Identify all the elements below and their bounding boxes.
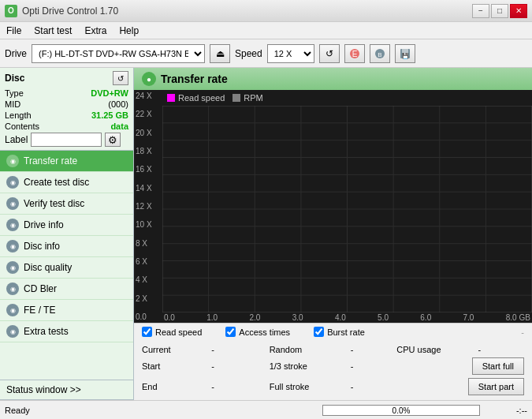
status-text: Ready: [5, 406, 314, 415]
chart-inner: Read speed RPM: [162, 90, 532, 323]
status-window-label: Status window >>: [6, 384, 81, 395]
end-value: -: [189, 382, 236, 391]
x-label-8: 8.0 GB: [506, 313, 530, 322]
y-label-12: 12 X: [136, 202, 161, 211]
one-third-value: -: [333, 361, 372, 371]
nav-disc-info-label: Disc info: [24, 241, 60, 252]
start-label: Start: [142, 361, 189, 371]
eject-button[interactable]: ⏏: [210, 44, 230, 63]
stats-col1-3: End -: [142, 382, 270, 391]
checkbox-burst-rate[interactable]: [314, 327, 324, 337]
maximize-button[interactable]: □: [491, 4, 508, 18]
erase-button[interactable]: E: [344, 44, 365, 63]
stats-row-3: End - Full stroke - Start part: [142, 376, 524, 397]
nav-create-test-disc[interactable]: ◉ Create test disc: [0, 172, 133, 193]
nav-verify-test-disc-label: Verify test disc: [24, 198, 84, 209]
checkbox-read-speed[interactable]: [142, 327, 152, 337]
y-label-10: 10 X: [136, 220, 161, 229]
menu-file[interactable]: File: [0, 24, 28, 38]
menu-start-test[interactable]: Start test: [28, 24, 78, 38]
legend-read-speed: Read speed: [167, 93, 225, 103]
nav-fe-te[interactable]: ◉ FE / TE: [0, 300, 133, 321]
svg-text:E: E: [352, 50, 357, 58]
nav-extra-tests[interactable]: ◉ Extra tests: [0, 321, 133, 342]
chart-grid: [162, 106, 532, 312]
y-label-24: 24 X: [136, 92, 161, 100]
checkbox-access-times[interactable]: [225, 327, 236, 337]
x-label-0: 0.0: [164, 313, 175, 322]
nav-cd-bler[interactable]: ◉ CD Bler: [0, 279, 133, 300]
contents-label: Contents: [5, 122, 39, 131]
nav-drive-info-label: Drive info: [24, 219, 64, 230]
dash-separator: -: [521, 327, 524, 337]
title-controls: − □ ✕: [472, 4, 527, 18]
x-axis: 0.0 1.0 2.0 3.0 4.0 5.0 6.0 7.0 8.0 GB: [162, 312, 532, 323]
menu-extra[interactable]: Extra: [78, 24, 113, 38]
close-button[interactable]: ✕: [510, 4, 527, 18]
cpu-label: CPU usage: [396, 345, 459, 354]
length-value: 31.25 GB: [91, 110, 128, 120]
chart-container: 24 X 22 X 20 X 18 X 16 X 14 X 12 X 10 X …: [134, 90, 532, 323]
y-label-4: 4 X: [136, 275, 161, 284]
y-label-8: 8 X: [136, 239, 161, 248]
nav-drive-info[interactable]: ◉ Drive info: [0, 215, 133, 236]
progress-label: 0.0%: [392, 406, 411, 414]
stats-row-1: Current - Random - CPU usage -: [142, 343, 524, 356]
nav-create-test-disc-label: Create test disc: [24, 177, 89, 188]
svg-text:B: B: [378, 51, 381, 58]
x-label-5: 5.0: [378, 313, 389, 322]
transfer-rate-icon: ◉: [6, 155, 19, 167]
start-full-button[interactable]: Start full: [472, 357, 524, 375]
y-label-0: 0.0: [136, 312, 161, 321]
y-label-20: 20 X: [136, 129, 161, 137]
start-part-button[interactable]: Start part: [468, 378, 524, 395]
menu-help[interactable]: Help: [113, 24, 145, 38]
burn-button[interactable]: B: [370, 44, 390, 63]
refresh-button[interactable]: ↺: [319, 44, 340, 63]
chart-legend: Read speed RPM: [162, 90, 532, 106]
legend-read-speed-label: Read speed: [178, 93, 225, 103]
contents-value: data: [110, 122, 128, 131]
nav-transfer-rate-label: Transfer rate: [24, 155, 77, 166]
y-label-6: 6 X: [136, 257, 161, 266]
nav-cd-bler-label: CD Bler: [24, 283, 57, 294]
y-label-16: 16 X: [136, 165, 161, 174]
y-label-18: 18 X: [136, 147, 161, 155]
nav-disc-info[interactable]: ◉ Disc info: [0, 236, 133, 257]
one-third-label: 1/3 stroke: [270, 361, 333, 371]
label-input[interactable]: [31, 133, 102, 147]
type-label: Type: [5, 88, 24, 98]
full-stroke-value: -: [333, 382, 372, 391]
mid-value: (000): [108, 99, 128, 109]
speed-select[interactable]: 12 X 8 X 6 X 4 X 2 X Max: [267, 44, 314, 63]
nav-transfer-rate[interactable]: ◉ Transfer rate: [0, 151, 133, 172]
status-window-button[interactable]: Status window >>: [0, 380, 133, 400]
chart-svg: [162, 106, 532, 312]
label-icon-button[interactable]: ⚙: [105, 133, 121, 147]
disc-refresh-button[interactable]: ↺: [113, 71, 128, 85]
stats-col2-3: Full stroke -: [270, 382, 397, 391]
app-icon: O: [5, 5, 17, 17]
stats-section: Current - Random - CPU usage - Start -: [134, 340, 532, 400]
minimize-button[interactable]: −: [472, 4, 489, 18]
checkbox-read-speed-item: Read speed: [142, 327, 202, 337]
x-label-1: 1.0: [206, 313, 218, 322]
checkbox-burst-rate-label: Burst rate: [327, 327, 365, 337]
x-label-3: 3.0: [292, 313, 303, 322]
nav-verify-test-disc[interactable]: ◉ Verify test disc: [0, 193, 133, 215]
y-label-22: 22 X: [136, 110, 161, 118]
x-label-4: 4.0: [335, 313, 346, 322]
chart-title-icon: ●: [142, 72, 156, 86]
drive-label: Drive: [5, 48, 27, 59]
start-value: -: [189, 361, 236, 371]
y-label-14: 14 X: [136, 184, 161, 193]
content-area: ● Transfer rate 24 X 22 X 20 X 18 X 16 X…: [134, 68, 532, 400]
nav-disc-quality[interactable]: ◉ Disc quality: [0, 257, 133, 279]
create-test-disc-icon: ◉: [6, 176, 19, 189]
drive-select[interactable]: (F:) HL-DT-ST DVD+-RW GSA-H73N B103: [32, 44, 205, 63]
speed-status: -:--: [488, 406, 527, 415]
save-button[interactable]: 💾: [395, 44, 415, 63]
drive-info-icon: ◉: [6, 219, 19, 231]
x-label-7: 7.0: [463, 313, 474, 322]
main-area: Disc ↺ Type DVD+RW MID (000) Length 31.2…: [0, 68, 532, 400]
